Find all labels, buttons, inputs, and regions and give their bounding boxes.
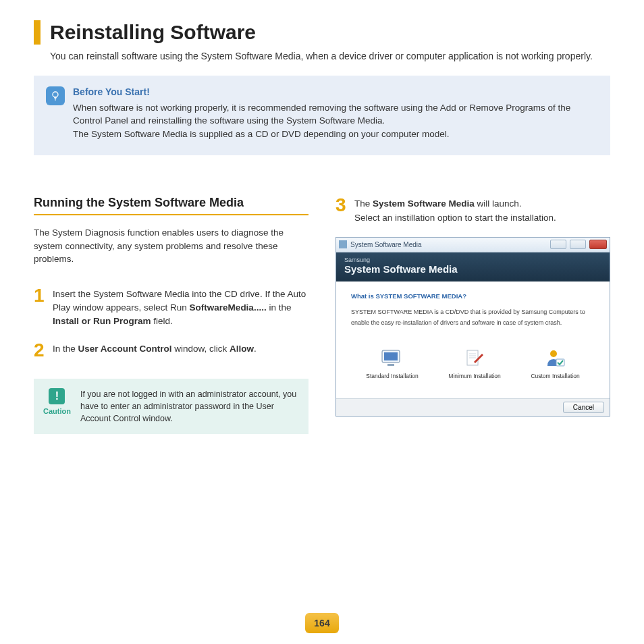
window-body: What is SYSTEM SOFTWARE MEDIA? SYSTEM SO…	[336, 281, 610, 398]
step-1-text: Insert the System Software Media into th…	[53, 286, 308, 329]
custom-install-label: Custom Installation	[531, 373, 579, 379]
page-title: Reinstalling Software	[50, 21, 256, 44]
minimum-install-label: Minimum Installation	[448, 373, 500, 379]
monitor-icon	[380, 348, 404, 369]
window-header: Samsung System Software Media	[336, 252, 610, 281]
info-text: When software is not working properly, i…	[73, 101, 598, 141]
close-icon[interactable]	[589, 240, 607, 249]
window-question: What is SYSTEM SOFTWARE MEDIA?	[351, 292, 595, 300]
svg-point-0	[53, 92, 58, 97]
caution-text: If you are not logged in with an adminis…	[80, 388, 299, 425]
window-description: SYSTEM SOFTWARE MEDIA is a CD/DVD that i…	[351, 306, 595, 328]
custom-install-option[interactable]: Custom Installation	[531, 348, 579, 379]
window-titlebar: System Software Media	[336, 238, 610, 252]
window-brand: Samsung	[344, 257, 601, 263]
title-row: Reinstalling Software	[34, 20, 610, 45]
svg-point-8	[550, 350, 557, 357]
caution-box: ! Caution If you are not logged in with …	[34, 379, 308, 434]
page-number: 164	[305, 613, 339, 633]
user-check-icon	[543, 348, 568, 369]
cancel-button[interactable]: Cancel	[563, 402, 604, 413]
window-title: System Software Media	[344, 263, 601, 275]
svg-rect-9	[556, 359, 564, 366]
screenshot-window: System Software Media Samsung System Sof…	[336, 237, 610, 417]
caution-icon: !	[49, 388, 65, 404]
section-heading: Running the System Software Media	[34, 196, 308, 215]
step-number-3: 3	[336, 196, 349, 215]
maximize-icon[interactable]	[570, 240, 586, 249]
step-number-1: 1	[34, 286, 47, 305]
info-title: Before You Start!	[73, 86, 598, 97]
standard-install-option[interactable]: Standard Installation	[366, 348, 419, 379]
lightbulb-icon	[46, 86, 65, 105]
window-titlebar-text: System Software Media	[350, 241, 422, 248]
minimize-icon[interactable]	[550, 240, 566, 249]
window-app-icon	[339, 240, 347, 248]
step-2-text: In the User Account Control window, clic…	[53, 341, 257, 356]
step-number-2: 2	[34, 341, 47, 360]
before-you-start-box: Before You Start! When software is not w…	[34, 76, 610, 156]
step-3: 3 The System Software Media will launch.…	[336, 196, 610, 225]
step-3-text: The System Software Media will launch. S…	[354, 196, 556, 225]
title-accent-bar	[34, 20, 41, 45]
svg-rect-3	[387, 364, 394, 366]
step-1: 1 Insert the System Software Media into …	[34, 286, 308, 329]
document-pencil-icon	[462, 348, 487, 369]
intro-text: You can reinstall software using the Sys…	[50, 50, 610, 63]
svg-rect-2	[384, 352, 398, 360]
section-desc: The System Diagnosis function enables us…	[34, 226, 308, 266]
info-line-1: When software is not working properly, i…	[73, 103, 570, 126]
minimum-install-option[interactable]: Minimum Installation	[448, 348, 500, 379]
caution-label: Caution	[43, 407, 71, 415]
step-2: 2 In the User Account Control window, cl…	[34, 341, 308, 360]
window-footer: Cancel	[336, 398, 610, 416]
info-line-2: The System Software Media is supplied as…	[73, 129, 450, 139]
standard-install-label: Standard Installation	[366, 373, 419, 379]
